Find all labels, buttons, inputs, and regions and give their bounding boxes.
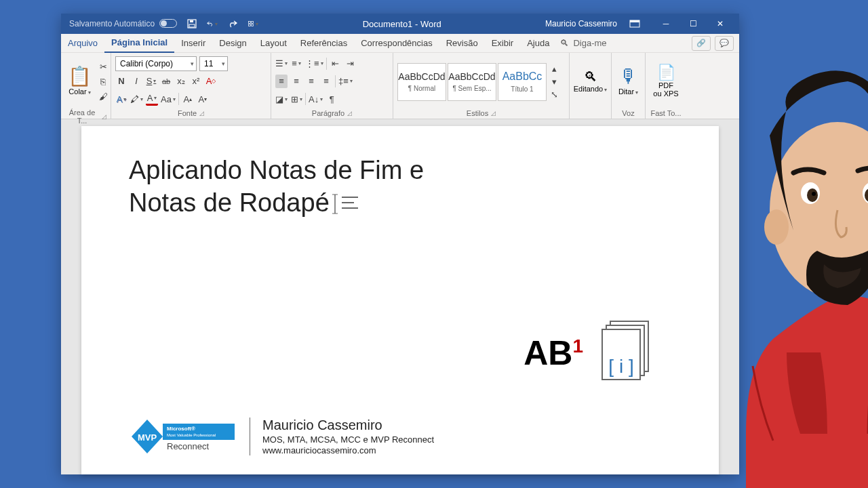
- italic-button[interactable]: I: [130, 75, 142, 88]
- shrink-font-button[interactable]: A▾: [197, 92, 209, 106]
- tab-file[interactable]: Arquivo: [61, 34, 104, 53]
- tell-me[interactable]: 🔍︎ Diga-me: [560, 38, 606, 48]
- tab-home[interactable]: Página Inicial: [104, 34, 174, 53]
- superscript-button[interactable]: x²: [190, 75, 202, 88]
- change-case-button[interactable]: Aa: [161, 92, 176, 106]
- svg-rect-2: [190, 20, 193, 22]
- signature-block: MVP Microsoft® Most Valuable Professiona…: [129, 418, 434, 455]
- mvp-badge: MVP Microsoft® Most Valuable Professiona…: [129, 418, 237, 455]
- dialog-launcher-icon[interactable]: ◿: [347, 110, 352, 117]
- svg-point-26: [801, 182, 820, 204]
- borders-button[interactable]: ⊞: [290, 92, 302, 106]
- style-normal[interactable]: AaBbCcDd ¶ Normal: [397, 63, 446, 101]
- font-group-label: Fonte: [178, 109, 197, 117]
- tab-references[interactable]: Referências: [294, 34, 354, 53]
- decrease-indent-button[interactable]: ⇤: [330, 57, 342, 70]
- username[interactable]: Mauricio Cassemiro: [545, 19, 617, 28]
- qat-customize-icon[interactable]: [248, 18, 258, 29]
- minimize-button[interactable]: ─: [652, 14, 679, 34]
- autosave-label: Salvamento Automático: [69, 19, 177, 28]
- svg-rect-4: [252, 21, 254, 23]
- dictate-button[interactable]: 🎙 Ditar: [616, 56, 641, 107]
- document-heading: Aplicando Notas de Fim e Notas de Rodapé: [129, 155, 671, 219]
- underline-button[interactable]: S: [145, 75, 157, 88]
- style-heading1[interactable]: AaBbCc Título 1: [498, 63, 547, 101]
- tab-design[interactable]: Design: [212, 34, 253, 53]
- editing-button[interactable]: 🔍︎ Editando: [571, 56, 610, 107]
- ribbon: 📋 Colar ✂ ⎘ 🖌 Área de T...◿ Calibri (Cor…: [61, 53, 739, 119]
- align-left-button[interactable]: ≡: [275, 75, 288, 88]
- tab-view[interactable]: Exibir: [485, 34, 521, 53]
- show-marks-button[interactable]: ¶: [326, 92, 338, 106]
- numbering-button[interactable]: ≡: [290, 57, 302, 70]
- line-spacing-button[interactable]: ‡≡: [338, 75, 353, 88]
- svg-point-31: [764, 209, 789, 245]
- svg-point-30: [865, 188, 868, 202]
- format-painter-icon[interactable]: 🖌: [97, 89, 109, 103]
- increase-indent-button[interactable]: ⇥: [344, 57, 357, 70]
- maximize-button[interactable]: ☐: [679, 14, 707, 34]
- styles-down-icon[interactable]: ▾: [548, 76, 560, 87]
- strike-button[interactable]: ab: [160, 75, 172, 88]
- sort-button[interactable]: A↓: [309, 92, 323, 106]
- svg-rect-6: [252, 24, 254, 26]
- cut-icon[interactable]: ✂: [97, 60, 109, 73]
- clear-format-button[interactable]: A◇: [205, 75, 217, 88]
- dialog-launcher-icon[interactable]: ◿: [491, 110, 496, 117]
- tab-layout[interactable]: Layout: [254, 34, 294, 53]
- share-button[interactable]: 🔗: [692, 36, 711, 51]
- font-size-select[interactable]: 11: [199, 56, 228, 71]
- font-color-button[interactable]: A: [146, 92, 158, 106]
- tab-help[interactable]: Ajuda: [520, 34, 556, 53]
- dialog-launcher-icon[interactable]: ◿: [102, 113, 106, 120]
- svg-point-29: [863, 182, 868, 204]
- tab-mailings[interactable]: Correspondências: [354, 34, 439, 53]
- autosave-toggle[interactable]: [159, 19, 177, 28]
- svg-text:MVP: MVP: [138, 432, 157, 443]
- align-right-button[interactable]: ≡: [305, 75, 317, 88]
- styles-group-label: Estilos: [467, 109, 488, 117]
- styles-more-icon[interactable]: ⤡: [548, 89, 560, 100]
- bold-button[interactable]: N: [115, 75, 127, 88]
- tab-insert[interactable]: Inserir: [174, 34, 212, 53]
- redo-icon[interactable]: [227, 18, 238, 29]
- tab-review[interactable]: Revisão: [439, 34, 485, 53]
- copy-icon[interactable]: ⎘: [97, 75, 109, 88]
- paste-button[interactable]: 📋 Colar: [65, 56, 94, 107]
- author-url: www.mauriciocassemiro.com: [262, 445, 434, 455]
- dialog-launcher-icon[interactable]: ◿: [199, 110, 204, 117]
- close-button[interactable]: ✕: [707, 14, 734, 34]
- document-area[interactable]: Aplicando Notas de Fim e Notas de Rodapé…: [61, 119, 739, 474]
- text-cursor-icon: [332, 193, 359, 215]
- export-icon: 📄: [657, 65, 675, 80]
- svg-text:Microsoft®: Microsoft®: [167, 426, 195, 432]
- undo-icon[interactable]: [207, 18, 218, 29]
- ribbon-display-icon[interactable]: [629, 18, 640, 29]
- font-name-select[interactable]: Calibri (Corpo): [115, 56, 197, 71]
- align-center-button[interactable]: ≡: [290, 75, 302, 88]
- page[interactable]: Aplicando Notas de Fim e Notas de Rodapé…: [81, 126, 719, 474]
- author-certs: MOS, MTA, MCSA, MCC e MVP Reconnect: [262, 434, 434, 445]
- svg-point-27: [807, 188, 818, 202]
- svg-text:Most Valuable Professional: Most Valuable Professional: [167, 433, 216, 437]
- bullets-button[interactable]: ☰: [275, 57, 288, 70]
- style-nospacing[interactable]: AaBbCcDd ¶ Sem Esp...: [448, 63, 496, 101]
- multilevel-button[interactable]: ⋮≡: [305, 57, 323, 70]
- ribbon-tabs: Arquivo Página Inicial Inserir Design La…: [61, 34, 739, 53]
- justify-button[interactable]: ≡: [320, 75, 332, 88]
- subscript-button[interactable]: x₂: [175, 75, 187, 88]
- footnote-illustration: AB1: [524, 333, 583, 373]
- paragraph-group-label: Parágrafo: [312, 109, 344, 117]
- comments-button[interactable]: 💬: [715, 36, 734, 51]
- shading-button[interactable]: ◪: [275, 92, 288, 106]
- text-effects-button[interactable]: A: [115, 92, 127, 106]
- save-icon[interactable]: [186, 18, 197, 29]
- grow-font-button[interactable]: A▴: [182, 92, 194, 106]
- svg-rect-5: [249, 24, 251, 26]
- fasttools-group-label: Fast To...: [650, 109, 681, 117]
- highlight-button[interactable]: 🖍: [130, 92, 143, 106]
- pdf-xps-button[interactable]: 📄 PDF ou XPS: [650, 56, 681, 107]
- svg-rect-3: [249, 21, 251, 23]
- styles-up-icon[interactable]: ▴: [548, 63, 560, 75]
- endnote-illustration: [ i ]: [597, 319, 658, 386]
